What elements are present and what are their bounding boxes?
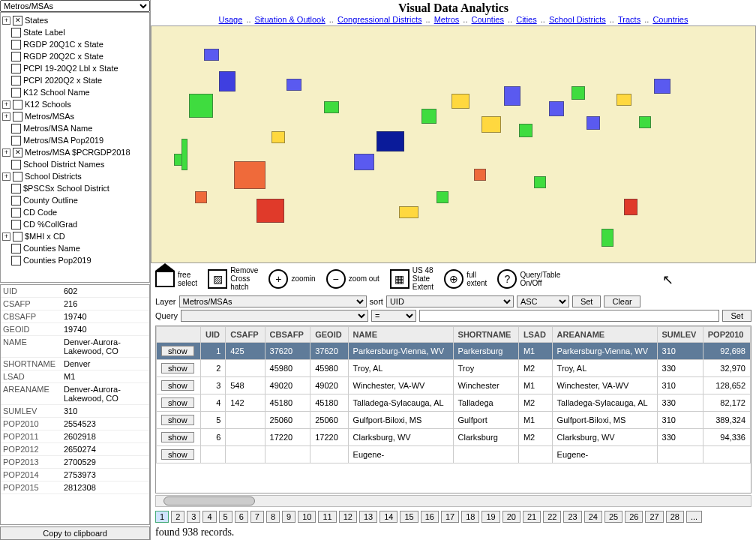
- page-button[interactable]: 21: [523, 511, 541, 523]
- expand-icon[interactable]: +: [2, 100, 10, 109]
- nav-link[interactable]: Countries: [652, 15, 688, 24]
- checkbox-icon[interactable]: [11, 256, 21, 266]
- nav-link[interactable]: Congressional Districts: [338, 15, 422, 24]
- page-button[interactable]: 17: [441, 511, 459, 523]
- remove-crosshatch-button[interactable]: ▨Remove Cross hatch: [208, 266, 258, 291]
- copy-to-clipboard-button[interactable]: Copy to clipboard: [0, 526, 150, 540]
- nav-link[interactable]: Counties: [472, 15, 504, 24]
- show-button[interactable]: show: [161, 398, 194, 408]
- page-button[interactable]: 12: [339, 511, 357, 523]
- show-button[interactable]: show: [161, 415, 194, 425]
- tree-item[interactable]: CD %CollGrad: [2, 218, 148, 230]
- checkbox-icon[interactable]: [13, 172, 22, 182]
- tree-item[interactable]: Metros/MSA Pop2019: [2, 134, 148, 146]
- checkbox-icon[interactable]: [11, 88, 21, 98]
- page-button[interactable]: 15: [400, 511, 418, 523]
- tree-item[interactable]: PCPI 2020Q2 x State: [2, 74, 148, 86]
- us48-extent-button[interactable]: ▦US 48 State Extent: [390, 266, 434, 291]
- page-button[interactable]: 25: [604, 511, 622, 523]
- tree-item[interactable]: K12 School Name: [2, 86, 148, 98]
- expand-icon[interactable]: +: [2, 148, 10, 157]
- free-select-button[interactable]: free select: [155, 271, 197, 287]
- expand-icon[interactable]: +: [2, 232, 10, 241]
- clear-button[interactable]: Clear: [604, 296, 640, 308]
- zoom-out-button[interactable]: −zoom out: [326, 269, 380, 289]
- grid-col-header[interactable]: CSAFP: [226, 327, 265, 343]
- table-row[interactable]: show24598045980Troy, ALTroyM2Troy, AL330…: [157, 360, 751, 377]
- nav-link[interactable]: Situation & Outlook: [255, 15, 326, 24]
- tree-item[interactable]: $PSCSx School District: [2, 182, 148, 194]
- tree-item[interactable]: State Label: [2, 26, 148, 38]
- checkbox-icon[interactable]: [11, 244, 21, 254]
- show-button[interactable]: show: [161, 449, 194, 460]
- query-value-input[interactable]: [419, 310, 720, 322]
- grid-col-header[interactable]: [157, 327, 201, 343]
- checkbox-icon[interactable]: [13, 16, 22, 26]
- tree-item[interactable]: PCPI 19-20Q2 Lbl x State: [2, 62, 148, 74]
- page-button[interactable]: 7: [250, 511, 264, 523]
- tree-item[interactable]: RGDP 20Q2C x State: [2, 50, 148, 62]
- show-button[interactable]: show: [161, 380, 194, 391]
- nav-link[interactable]: Tracts: [618, 15, 640, 24]
- checkbox-icon[interactable]: [11, 76, 21, 86]
- page-button[interactable]: 4: [202, 511, 216, 523]
- grid-col-header[interactable]: POP2010: [703, 327, 750, 343]
- expand-icon[interactable]: +: [2, 112, 10, 121]
- page-button[interactable]: 9: [282, 511, 296, 523]
- left-layer-select[interactable]: Metros/MSAs: [0, 0, 150, 12]
- nav-link[interactable]: Cities: [516, 15, 537, 24]
- query-field-select[interactable]: [181, 310, 368, 322]
- tree-item[interactable]: +$MHI x CD: [2, 230, 148, 242]
- layer-select[interactable]: Metros/MSAs: [179, 296, 367, 308]
- page-button[interactable]: 20: [502, 511, 520, 523]
- page-button[interactable]: 28: [666, 511, 684, 523]
- sort-set-button[interactable]: Set: [572, 296, 602, 308]
- grid-col-header[interactable]: GEOID: [310, 327, 348, 343]
- table-row[interactable]: show41424518045180Talladega-Sylacauga, A…: [157, 394, 751, 412]
- checkbox-icon[interactable]: [13, 148, 22, 158]
- page-button[interactable]: ...: [686, 511, 702, 523]
- checkbox-icon[interactable]: [11, 64, 21, 74]
- tree-item[interactable]: +Metros/MSAs: [2, 110, 148, 122]
- table-row[interactable]: show61722017220Clarksburg, WVClarksburgM…: [157, 429, 751, 446]
- grid-col-header[interactable]: AREANAME: [552, 327, 657, 343]
- tree-item[interactable]: School District Names: [2, 158, 148, 170]
- table-row[interactable]: showEugene-Eugene-: [157, 446, 751, 464]
- checkbox-icon[interactable]: [11, 52, 21, 62]
- checkbox-icon[interactable]: [11, 124, 21, 134]
- page-button[interactable]: 16: [421, 511, 439, 523]
- results-grid[interactable]: UIDCSAFPCBSAFPGEOIDNAMESHORTNAMELSADAREA…: [155, 326, 752, 494]
- tree-item[interactable]: +States: [2, 14, 148, 26]
- expand-icon[interactable]: +: [2, 172, 10, 181]
- page-button[interactable]: 11: [318, 511, 336, 523]
- page-button[interactable]: 22: [543, 511, 561, 523]
- tree-item[interactable]: CD Code: [2, 206, 148, 218]
- grid-col-header[interactable]: UID: [201, 327, 226, 343]
- table-row[interactable]: show35484902049020Winchester, VA-WVWinch…: [157, 377, 751, 394]
- tree-item[interactable]: +K12 Schools: [2, 98, 148, 110]
- nav-link[interactable]: School Districts: [549, 15, 606, 24]
- page-button[interactable]: 18: [461, 511, 479, 523]
- tree-item[interactable]: +School Districts: [2, 170, 148, 182]
- page-button[interactable]: 23: [563, 511, 581, 523]
- grid-horizontal-scrollbar[interactable]: [155, 495, 752, 507]
- checkbox-icon[interactable]: [11, 136, 21, 146]
- grid-col-header[interactable]: NAME: [348, 327, 453, 343]
- grid-col-header[interactable]: SUMLEV: [657, 327, 703, 343]
- page-button[interactable]: 24: [584, 511, 602, 523]
- full-extent-button[interactable]: ⊕full extent: [444, 269, 487, 289]
- table-row[interactable]: show14253762037620Parkersburg-Vienna, WV…: [157, 343, 751, 360]
- tree-item[interactable]: Counties Name: [2, 242, 148, 254]
- page-button[interactable]: 8: [266, 511, 280, 523]
- layer-tree[interactable]: +StatesState LabelRGDP 20Q1C x StateRGDP…: [0, 12, 150, 283]
- checkbox-icon[interactable]: [13, 100, 22, 110]
- tree-item[interactable]: Counties Pop2019: [2, 254, 148, 266]
- query-op-select[interactable]: =: [371, 310, 416, 322]
- show-button[interactable]: show: [161, 363, 194, 374]
- checkbox-icon[interactable]: [11, 208, 21, 218]
- grid-col-header[interactable]: CBSAFP: [265, 327, 310, 343]
- page-button[interactable]: 26: [625, 511, 643, 523]
- grid-col-header[interactable]: LSAD: [518, 327, 552, 343]
- page-button[interactable]: 2: [171, 511, 184, 523]
- nav-link[interactable]: Metros: [434, 15, 460, 24]
